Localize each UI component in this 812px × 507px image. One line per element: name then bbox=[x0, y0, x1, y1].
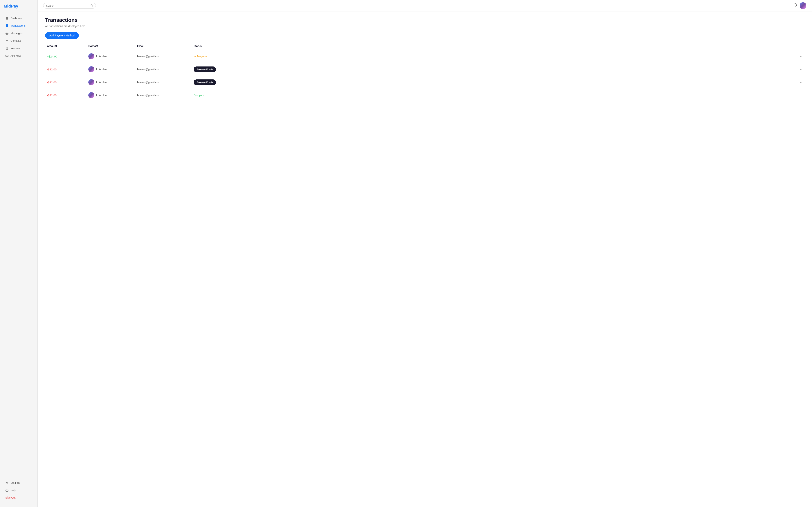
page-subtitle: All transactions are displayed here. bbox=[45, 24, 805, 27]
status-cell: In Progress bbox=[194, 55, 795, 58]
svg-rect-0 bbox=[6, 17, 7, 18]
more-options-button[interactable]: ··· bbox=[795, 67, 803, 71]
amount-cell: -$32.00 bbox=[47, 94, 88, 97]
amount-cell: -$32.00 bbox=[47, 81, 88, 84]
logo-mid: Mid bbox=[4, 4, 11, 8]
table-row: -$32.00 Luis Han hanluis@gmail.com Compl… bbox=[45, 89, 805, 102]
sign-out-button[interactable]: Sign Out bbox=[1, 494, 36, 501]
invoices-label: Invoices bbox=[10, 47, 20, 50]
sidebar-item-dashboard[interactable]: Dashboard bbox=[1, 15, 36, 22]
amount-cell: +$24.00 bbox=[47, 55, 88, 58]
api-keys-label: API Keys bbox=[10, 54, 21, 57]
sidebar-item-contacts[interactable]: Contacts bbox=[1, 37, 36, 44]
svg-point-7 bbox=[6, 32, 8, 35]
contact-avatar bbox=[88, 79, 94, 85]
svg-rect-13 bbox=[7, 56, 7, 56]
page-title: Transactions bbox=[45, 17, 805, 23]
contact-cell: Luis Han bbox=[88, 79, 137, 85]
contact-cell: Luis Han bbox=[88, 53, 137, 59]
more-options-button[interactable]: ··· bbox=[795, 80, 803, 84]
contacts-icon bbox=[5, 39, 9, 43]
user-avatar[interactable] bbox=[800, 2, 806, 9]
sidebar-nav: Dashboard Transactions Messages Contacts… bbox=[0, 14, 37, 477]
contact-name: Luis Han bbox=[96, 68, 107, 71]
sidebar: MidPay Dashboard Transactions Messages C… bbox=[0, 0, 38, 507]
svg-rect-12 bbox=[6, 56, 7, 56]
dashboard-icon bbox=[5, 16, 9, 20]
email-cell: hanluis@gmail.com bbox=[137, 81, 194, 84]
status-cell: Release Funds bbox=[194, 79, 795, 85]
release-funds-button[interactable]: Release Funds bbox=[194, 66, 216, 72]
search-box[interactable] bbox=[43, 3, 96, 9]
api-keys-icon bbox=[5, 54, 9, 57]
email-cell: hanluis@gmail.com bbox=[137, 55, 194, 58]
svg-rect-4 bbox=[6, 24, 8, 25]
svg-point-9 bbox=[6, 40, 7, 41]
transactions-label: Transactions bbox=[10, 24, 26, 27]
svg-rect-3 bbox=[7, 18, 8, 19]
header bbox=[38, 0, 812, 11]
release-funds-button[interactable]: Release Funds bbox=[194, 79, 216, 85]
more-options-button[interactable]: ··· bbox=[795, 54, 803, 58]
sidebar-item-api-keys[interactable]: API Keys bbox=[1, 52, 36, 59]
email-cell: hanluis@gmail.com bbox=[137, 68, 194, 71]
messages-label: Messages bbox=[10, 32, 22, 35]
column-email: Email bbox=[137, 45, 194, 48]
status-cell: Release Funds bbox=[194, 66, 795, 72]
svg-rect-6 bbox=[6, 26, 8, 27]
settings-label: Settings bbox=[10, 481, 20, 484]
main-content: Transactions All transactions are displa… bbox=[38, 0, 812, 507]
header-right bbox=[793, 2, 806, 9]
notification-bell-icon[interactable] bbox=[793, 3, 797, 8]
app-logo: MidPay bbox=[0, 4, 37, 14]
contact-avatar bbox=[88, 53, 94, 59]
status-cell: Complete bbox=[194, 94, 795, 97]
table-row: -$32.00 Luis Han hanluis@gmail.com Relea… bbox=[45, 76, 805, 89]
dashboard-label: Dashboard bbox=[10, 17, 23, 20]
amount-cell: -$32.00 bbox=[47, 68, 88, 71]
svg-point-15 bbox=[7, 483, 7, 483]
contact-name: Luis Han bbox=[96, 55, 107, 58]
table-row: +$24.00 Luis Han hanluis@gmail.com In Pr… bbox=[45, 50, 805, 63]
search-icon bbox=[90, 4, 93, 7]
table-header: Amount Contact Email Status bbox=[45, 45, 805, 50]
svg-rect-14 bbox=[7, 56, 8, 56]
contact-cell: Luis Han bbox=[88, 66, 137, 72]
sidebar-item-messages[interactable]: Messages bbox=[1, 30, 36, 37]
contact-avatar bbox=[88, 92, 94, 98]
svg-rect-2 bbox=[6, 18, 7, 19]
sidebar-bottom: Settings Help Sign Out bbox=[0, 477, 37, 503]
sidebar-item-help[interactable]: Help bbox=[1, 487, 36, 494]
svg-rect-1 bbox=[7, 17, 8, 18]
svg-point-17 bbox=[7, 491, 7, 491]
contact-name: Luis Han bbox=[96, 94, 107, 97]
svg-rect-5 bbox=[6, 25, 8, 26]
sidebar-item-settings[interactable]: Settings bbox=[1, 479, 36, 486]
page-content: Transactions All transactions are displa… bbox=[38, 11, 812, 507]
column-contact: Contact bbox=[88, 45, 137, 48]
column-actions bbox=[795, 45, 803, 48]
transactions-table: Amount Contact Email Status +$24.00 Luis… bbox=[45, 45, 805, 102]
invoices-icon bbox=[5, 47, 9, 50]
logo-pay: Pay bbox=[11, 4, 18, 8]
help-icon bbox=[5, 489, 9, 492]
add-payment-button[interactable]: Add Payment Method bbox=[45, 32, 79, 39]
sidebar-item-transactions[interactable]: Transactions bbox=[1, 22, 36, 29]
contact-cell: Luis Han bbox=[88, 92, 137, 98]
contact-avatar bbox=[88, 66, 94, 72]
email-cell: hanluis@gmail.com bbox=[137, 94, 194, 97]
messages-icon bbox=[5, 32, 9, 35]
settings-icon bbox=[5, 481, 9, 485]
column-status: Status bbox=[194, 45, 795, 48]
help-label: Help bbox=[10, 489, 16, 492]
search-input[interactable] bbox=[46, 4, 89, 7]
contacts-label: Contacts bbox=[10, 39, 21, 42]
contact-name: Luis Han bbox=[96, 81, 107, 84]
sidebar-item-invoices[interactable]: Invoices bbox=[1, 45, 36, 52]
svg-point-8 bbox=[6, 33, 7, 34]
table-row: -$32.00 Luis Han hanluis@gmail.com Relea… bbox=[45, 63, 805, 76]
column-amount: Amount bbox=[47, 45, 88, 48]
transactions-icon bbox=[5, 24, 9, 27]
